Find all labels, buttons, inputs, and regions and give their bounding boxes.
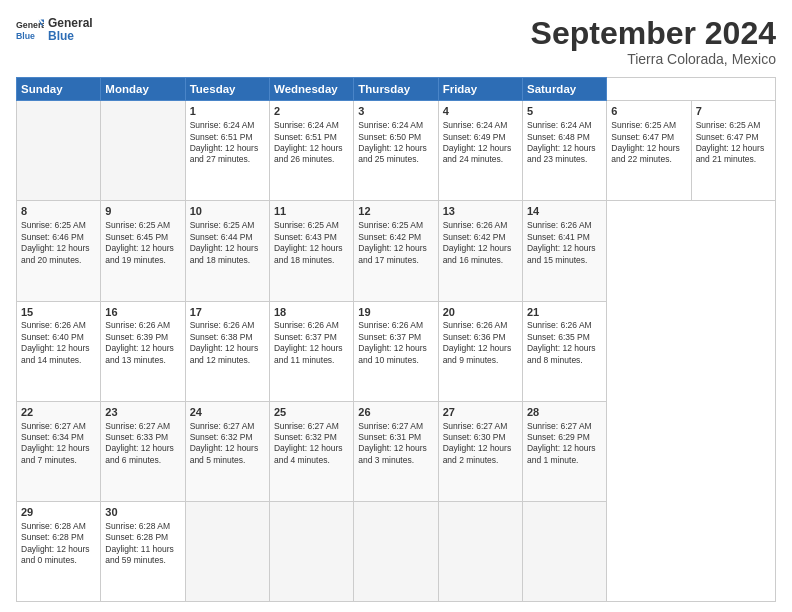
- week-row-1: 8Sunrise: 6:25 AMSunset: 6:46 PMDaylight…: [17, 201, 776, 301]
- daylight-text: Daylight: 12 hours and 21 minutes.: [696, 143, 765, 164]
- calendar-cell: 20Sunrise: 6:26 AMSunset: 6:36 PMDayligh…: [438, 301, 522, 401]
- empty-cell: [101, 101, 185, 201]
- sunset-text: Sunset: 6:47 PM: [696, 132, 759, 142]
- daylight-text: Daylight: 12 hours and 6 minutes.: [105, 443, 174, 464]
- weekday-saturday: Saturday: [522, 78, 606, 101]
- day-number: 17: [190, 305, 265, 320]
- calendar-cell: 11Sunrise: 6:25 AMSunset: 6:43 PMDayligh…: [269, 201, 353, 301]
- daylight-text: Daylight: 12 hours and 23 minutes.: [527, 143, 596, 164]
- sunset-text: Sunset: 6:28 PM: [21, 532, 84, 542]
- header: General Blue General Blue September 2024…: [16, 16, 776, 67]
- calendar-cell: [354, 501, 438, 601]
- daylight-text: Daylight: 12 hours and 10 minutes.: [358, 343, 427, 364]
- sunset-text: Sunset: 6:34 PM: [21, 432, 84, 442]
- sunset-text: Sunset: 6:44 PM: [190, 232, 253, 242]
- sunrise-text: Sunrise: 6:24 AM: [527, 120, 592, 130]
- weekday-header-row: SundayMondayTuesdayWednesdayThursdayFrid…: [17, 78, 776, 101]
- daylight-text: Daylight: 12 hours and 1 minute.: [527, 443, 596, 464]
- sunrise-text: Sunrise: 6:26 AM: [527, 320, 592, 330]
- day-number: 5: [527, 104, 602, 119]
- daylight-text: Daylight: 12 hours and 22 minutes.: [611, 143, 680, 164]
- sunrise-text: Sunrise: 6:26 AM: [527, 220, 592, 230]
- sunset-text: Sunset: 6:28 PM: [105, 532, 168, 542]
- week-row-3: 22Sunrise: 6:27 AMSunset: 6:34 PMDayligh…: [17, 401, 776, 501]
- calendar-cell: [269, 501, 353, 601]
- sunset-text: Sunset: 6:40 PM: [21, 332, 84, 342]
- sunrise-text: Sunrise: 6:27 AM: [105, 421, 170, 431]
- sunrise-text: Sunrise: 6:27 AM: [527, 421, 592, 431]
- weekday-wednesday: Wednesday: [269, 78, 353, 101]
- calendar-cell: 14Sunrise: 6:26 AMSunset: 6:41 PMDayligh…: [522, 201, 606, 301]
- day-number: 30: [105, 505, 180, 520]
- calendar-cell: 15Sunrise: 6:26 AMSunset: 6:40 PMDayligh…: [17, 301, 101, 401]
- calendar-cell: 13Sunrise: 6:26 AMSunset: 6:42 PMDayligh…: [438, 201, 522, 301]
- day-number: 22: [21, 405, 96, 420]
- calendar-cell: 7Sunrise: 6:25 AMSunset: 6:47 PMDaylight…: [691, 101, 775, 201]
- calendar-cell: 25Sunrise: 6:27 AMSunset: 6:32 PMDayligh…: [269, 401, 353, 501]
- sunrise-text: Sunrise: 6:27 AM: [190, 421, 255, 431]
- calendar-cell: 28Sunrise: 6:27 AMSunset: 6:29 PMDayligh…: [522, 401, 606, 501]
- daylight-text: Daylight: 12 hours and 18 minutes.: [190, 243, 259, 264]
- day-number: 19: [358, 305, 433, 320]
- title-block: September 2024 Tierra Colorada, Mexico: [531, 16, 776, 67]
- day-number: 28: [527, 405, 602, 420]
- sunrise-text: Sunrise: 6:24 AM: [274, 120, 339, 130]
- calendar-cell: 2Sunrise: 6:24 AMSunset: 6:51 PMDaylight…: [269, 101, 353, 201]
- weekday-sunday: Sunday: [17, 78, 101, 101]
- daylight-text: Daylight: 12 hours and 3 minutes.: [358, 443, 427, 464]
- sunrise-text: Sunrise: 6:24 AM: [358, 120, 423, 130]
- sunset-text: Sunset: 6:29 PM: [527, 432, 590, 442]
- daylight-text: Daylight: 12 hours and 26 minutes.: [274, 143, 343, 164]
- daylight-text: Daylight: 12 hours and 19 minutes.: [105, 243, 174, 264]
- calendar-cell: 12Sunrise: 6:25 AMSunset: 6:42 PMDayligh…: [354, 201, 438, 301]
- day-number: 23: [105, 405, 180, 420]
- empty-cell: [17, 101, 101, 201]
- sunrise-text: Sunrise: 6:26 AM: [105, 320, 170, 330]
- calendar-cell: 3Sunrise: 6:24 AMSunset: 6:50 PMDaylight…: [354, 101, 438, 201]
- day-number: 4: [443, 104, 518, 119]
- day-number: 8: [21, 204, 96, 219]
- sunrise-text: Sunrise: 6:28 AM: [21, 521, 86, 531]
- calendar-cell: 10Sunrise: 6:25 AMSunset: 6:44 PMDayligh…: [185, 201, 269, 301]
- sunrise-text: Sunrise: 6:28 AM: [105, 521, 170, 531]
- calendar-cell: [522, 501, 606, 601]
- sunrise-text: Sunrise: 6:25 AM: [190, 220, 255, 230]
- sunset-text: Sunset: 6:45 PM: [105, 232, 168, 242]
- month-title: September 2024: [531, 16, 776, 51]
- calendar-cell: 29Sunrise: 6:28 AMSunset: 6:28 PMDayligh…: [17, 501, 101, 601]
- calendar-cell: 22Sunrise: 6:27 AMSunset: 6:34 PMDayligh…: [17, 401, 101, 501]
- calendar-cell: 27Sunrise: 6:27 AMSunset: 6:30 PMDayligh…: [438, 401, 522, 501]
- calendar-cell: 18Sunrise: 6:26 AMSunset: 6:37 PMDayligh…: [269, 301, 353, 401]
- daylight-text: Daylight: 12 hours and 13 minutes.: [105, 343, 174, 364]
- day-number: 26: [358, 405, 433, 420]
- sunset-text: Sunset: 6:49 PM: [443, 132, 506, 142]
- week-row-2: 15Sunrise: 6:26 AMSunset: 6:40 PMDayligh…: [17, 301, 776, 401]
- sunset-text: Sunset: 6:47 PM: [611, 132, 674, 142]
- sunset-text: Sunset: 6:41 PM: [527, 232, 590, 242]
- day-number: 9: [105, 204, 180, 219]
- daylight-text: Daylight: 12 hours and 15 minutes.: [527, 243, 596, 264]
- logo-blue: Blue: [48, 30, 93, 43]
- daylight-text: Daylight: 12 hours and 25 minutes.: [358, 143, 427, 164]
- calendar-cell: 21Sunrise: 6:26 AMSunset: 6:35 PMDayligh…: [522, 301, 606, 401]
- daylight-text: Daylight: 12 hours and 2 minutes.: [443, 443, 512, 464]
- calendar-cell: 8Sunrise: 6:25 AMSunset: 6:46 PMDaylight…: [17, 201, 101, 301]
- daylight-text: Daylight: 12 hours and 18 minutes.: [274, 243, 343, 264]
- sunrise-text: Sunrise: 6:25 AM: [358, 220, 423, 230]
- sunrise-text: Sunrise: 6:26 AM: [274, 320, 339, 330]
- day-number: 6: [611, 104, 686, 119]
- sunrise-text: Sunrise: 6:25 AM: [696, 120, 761, 130]
- calendar-table: SundayMondayTuesdayWednesdayThursdayFrid…: [16, 77, 776, 602]
- calendar-cell: 19Sunrise: 6:26 AMSunset: 6:37 PMDayligh…: [354, 301, 438, 401]
- daylight-text: Daylight: 12 hours and 24 minutes.: [443, 143, 512, 164]
- day-number: 7: [696, 104, 771, 119]
- sunset-text: Sunset: 6:36 PM: [443, 332, 506, 342]
- sunrise-text: Sunrise: 6:24 AM: [443, 120, 508, 130]
- sunrise-text: Sunrise: 6:27 AM: [274, 421, 339, 431]
- sunset-text: Sunset: 6:38 PM: [190, 332, 253, 342]
- calendar-cell: 23Sunrise: 6:27 AMSunset: 6:33 PMDayligh…: [101, 401, 185, 501]
- sunset-text: Sunset: 6:37 PM: [274, 332, 337, 342]
- sunset-text: Sunset: 6:43 PM: [274, 232, 337, 242]
- sunset-text: Sunset: 6:33 PM: [105, 432, 168, 442]
- daylight-text: Daylight: 12 hours and 5 minutes.: [190, 443, 259, 464]
